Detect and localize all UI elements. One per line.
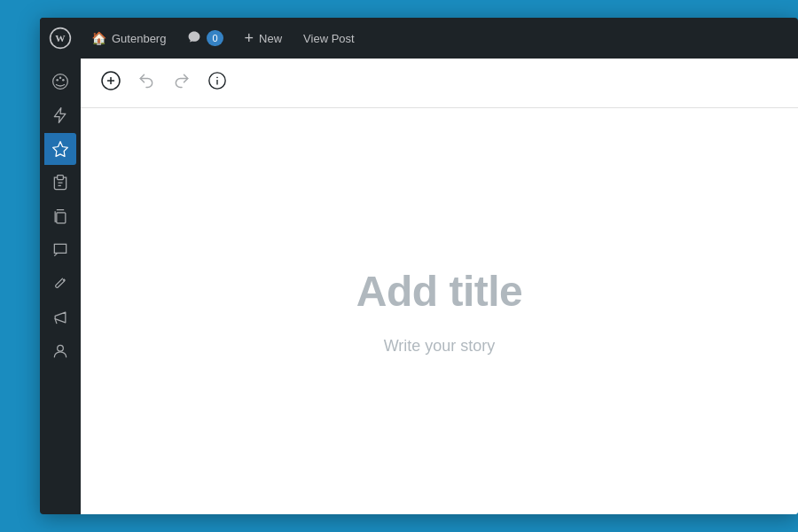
circle-plus-icon <box>100 70 121 96</box>
admin-bar-site-name[interactable]: 🏠 Gutenberg <box>81 18 176 59</box>
plus-icon: + <box>245 29 254 48</box>
redo-button[interactable] <box>166 67 198 99</box>
app-window: W 🏠 Gutenberg 0 + New View Post <box>40 18 798 514</box>
gutenberg-toolbar <box>81 59 798 108</box>
title-placeholder[interactable]: Add title <box>356 267 522 316</box>
svg-text:W: W <box>55 33 66 43</box>
comments-count-badge: 0 <box>207 30 223 46</box>
sidebar-item-users[interactable] <box>44 335 76 367</box>
info-button[interactable] <box>201 67 233 99</box>
svg-point-10 <box>58 345 64 351</box>
svg-rect-6 <box>58 176 64 180</box>
svg-point-5 <box>62 79 65 82</box>
sidebar-item-pin[interactable] <box>44 133 76 165</box>
sidebar-item-pages[interactable] <box>44 200 76 232</box>
view-post-label: View Post <box>303 32 355 45</box>
new-button-label: New <box>259 32 282 45</box>
svg-rect-9 <box>57 213 66 223</box>
admin-bar-comments[interactable]: 0 <box>176 18 233 59</box>
sidebar-item-customize[interactable] <box>44 66 76 98</box>
undo-button[interactable] <box>130 67 162 99</box>
site-name-label: Gutenberg <box>112 32 166 45</box>
home-icon: 🏠 <box>91 31 106 45</box>
body-placeholder[interactable]: Write your story <box>384 337 496 356</box>
svg-point-16 <box>217 77 218 78</box>
svg-point-4 <box>59 77 62 80</box>
admin-bar-view-post[interactable]: View Post <box>293 18 365 59</box>
svg-point-2 <box>53 74 68 90</box>
sidebar-item-plugins[interactable] <box>44 167 76 199</box>
info-icon <box>207 71 227 95</box>
admin-bar: W 🏠 Gutenberg 0 + New View Post <box>40 18 798 59</box>
sidebar-item-comments[interactable] <box>44 234 76 266</box>
sidebar-item-activity[interactable] <box>44 99 76 131</box>
add-block-button[interactable] <box>95 67 127 99</box>
undo-icon <box>137 72 155 94</box>
comment-icon <box>187 30 201 47</box>
sidebar-item-marketing[interactable] <box>44 301 76 333</box>
sidebar-item-tools[interactable] <box>44 268 76 300</box>
editor-content: Add title Write your story <box>165 231 715 391</box>
svg-point-3 <box>56 79 58 82</box>
main-area: Add title Write your story <box>40 59 798 514</box>
content-area: Add title Write your story <box>81 59 798 514</box>
editor-area[interactable]: Add title Write your story <box>81 108 798 514</box>
admin-bar-new-button[interactable]: + New <box>234 18 293 59</box>
sidebar <box>40 59 81 514</box>
wordpress-logo[interactable]: W <box>40 18 81 59</box>
redo-icon <box>173 72 191 94</box>
